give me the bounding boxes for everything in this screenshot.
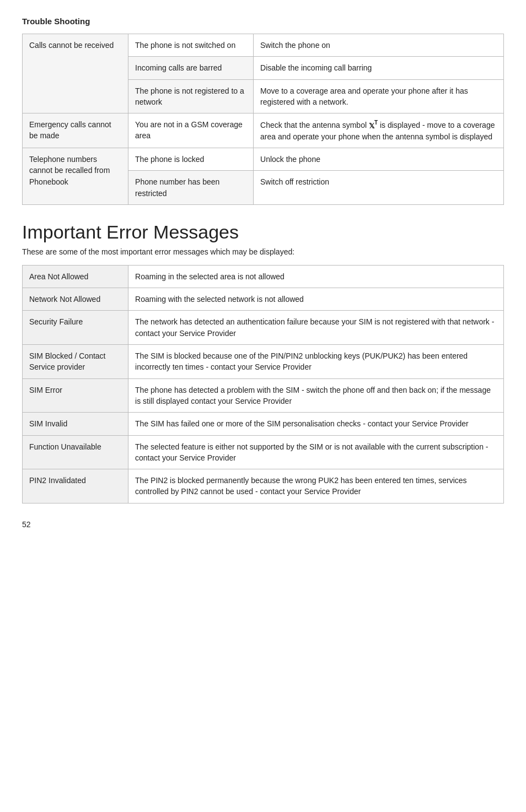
error-desc-pin2-invalidated: The PIN2 is blocked permanently because … <box>128 469 504 504</box>
trouble-col2-r4: You are not in a GSM coverage area <box>128 113 254 148</box>
trouble-col3-r3: Move to a coverage area and operate your… <box>254 79 504 113</box>
error-label-function-unavailable: Function Unavailable <box>23 435 128 469</box>
error-messages-table: Area Not Allowed Roaming in the selected… <box>22 265 504 504</box>
table-row: Function Unavailable The selected featur… <box>23 435 504 469</box>
error-label-sim-invalid: SIM Invalid <box>23 413 128 435</box>
table-row: Emergency calls cannot be made You are n… <box>23 113 504 148</box>
section-title: Trouble Shooting <box>22 17 504 26</box>
antenna-icon: 𝕏 <box>369 121 374 132</box>
trouble-col2-r2: Incoming calls are barred <box>128 57 254 79</box>
error-desc-function-unavailable: The selected feature is either not suppo… <box>128 435 504 469</box>
error-desc-network-not-allowed: Roaming with the selected network is not… <box>128 288 504 311</box>
trouble-col2-r3: The phone is not registered to a network <box>128 79 254 113</box>
important-title: Important Error Messages <box>22 221 504 243</box>
table-row: Security Failure The network has detecte… <box>23 311 504 345</box>
error-label-sim-blocked: SIM Blocked / Contact Service provider <box>23 345 128 379</box>
trouble-col1-calls: Calls cannot be received <box>23 34 128 113</box>
trouble-col2-r1: The phone is not switched on <box>128 34 254 57</box>
trouble-col3-r5: Unlock the phone <box>254 148 504 170</box>
error-desc-sim-error: The phone has detected a problem with th… <box>128 378 504 413</box>
table-row: SIM Error The phone has detected a probl… <box>23 378 504 413</box>
table-row: Calls cannot be received The phone is no… <box>23 34 504 57</box>
table-row: SIM Blocked / Contact Service provider T… <box>23 345 504 379</box>
error-label-security-failure: Security Failure <box>23 311 128 345</box>
trouble-col2-r5: The phone is locked <box>128 148 254 170</box>
error-desc-security-failure: The network has detected an authenticati… <box>128 311 504 345</box>
trouble-col1-emergency: Emergency calls cannot be made <box>23 113 128 148</box>
error-desc-sim-blocked: The SIM is blocked because one of the PI… <box>128 345 504 379</box>
important-subtitle: These are some of the most important err… <box>22 247 504 256</box>
trouble-shooting-table: Calls cannot be received The phone is no… <box>22 34 504 205</box>
trouble-col3-r2: Disable the incoming call barring <box>254 57 504 79</box>
table-row: PIN2 Invalidated The PIN2 is blocked per… <box>23 469 504 504</box>
error-label-sim-error: SIM Error <box>23 378 128 413</box>
table-row: Network Not Allowed Roaming with the sel… <box>23 288 504 311</box>
error-desc-area-not-allowed: Roaming in the selected area is not allo… <box>128 265 504 288</box>
table-row: Telephone numbers cannot be recalled fro… <box>23 148 504 170</box>
error-label-pin2-invalidated: PIN2 Invalidated <box>23 469 128 504</box>
error-label-network-not-allowed: Network Not Allowed <box>23 288 128 311</box>
error-label-area-not-allowed: Area Not Allowed <box>23 265 128 288</box>
error-desc-sim-invalid: The SIM has failed one or more of the SI… <box>128 413 504 435</box>
trouble-col1-phonebook: Telephone numbers cannot be recalled fro… <box>23 148 128 204</box>
trouble-col3-r6: Switch off restriction <box>254 171 504 205</box>
trouble-col3-r1: Switch the phone on <box>254 34 504 57</box>
trouble-col2-r6: Phone number has been restricted <box>128 171 254 205</box>
trouble-col3-r4: Check that the antenna symbol 𝕏T is disp… <box>254 113 504 148</box>
page-number: 52 <box>22 520 504 529</box>
table-row: SIM Invalid The SIM has failed one or mo… <box>23 413 504 435</box>
table-row: Area Not Allowed Roaming in the selected… <box>23 265 504 288</box>
